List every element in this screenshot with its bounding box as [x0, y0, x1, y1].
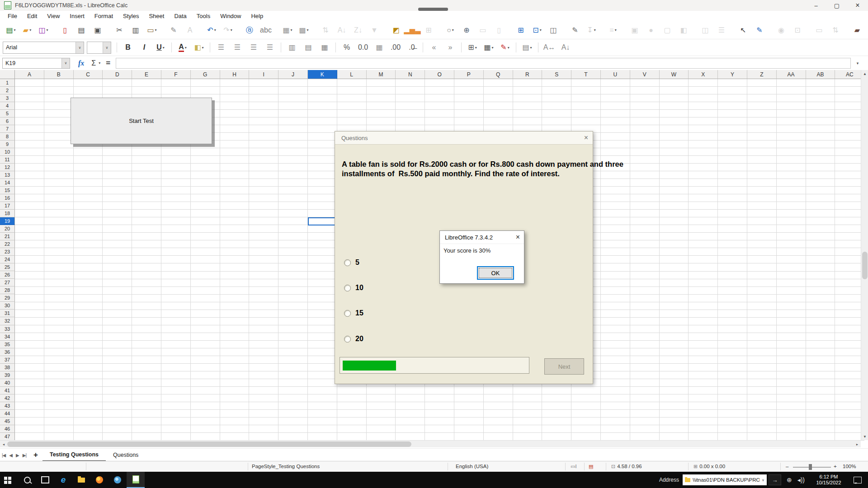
group-icon[interactable]: ◧: [676, 24, 691, 37]
spin-button-control-icon[interactable]: ⇅: [828, 24, 843, 37]
column-header-C[interactable]: C: [74, 70, 103, 79]
new-document-dropdown-icon[interactable]: ▾: [14, 28, 16, 32]
menu-data[interactable]: Data: [169, 11, 191, 21]
questions-dialog-close-icon[interactable]: ×: [584, 134, 588, 142]
font-color-icon[interactable]: A▾: [175, 41, 190, 54]
column-header-K[interactable]: K: [308, 70, 337, 79]
row-header-39[interactable]: 39: [0, 371, 15, 379]
column-header-V[interactable]: V: [630, 70, 660, 79]
row-header-19[interactable]: 19: [0, 217, 15, 225]
unmerge-cells-icon[interactable]: ▦: [317, 41, 332, 54]
document-modified-icon[interactable]: ▤: [589, 464, 595, 469]
row-header-3[interactable]: 3: [0, 94, 15, 102]
freeze-rows-columns-icon[interactable]: ⊞: [514, 24, 528, 37]
push-button-control-icon[interactable]: ▭: [812, 24, 826, 37]
row-header-9[interactable]: 9: [0, 141, 15, 148]
row-header-47[interactable]: 47: [0, 433, 15, 441]
row-header-6[interactable]: 6: [0, 117, 15, 125]
column-header-J[interactable]: J: [278, 70, 308, 79]
column-header-I[interactable]: I: [249, 70, 278, 79]
row-header-10[interactable]: 10: [0, 148, 15, 156]
text-direction-top-to-bottom-icon[interactable]: A↓: [558, 41, 573, 54]
page-style-status[interactable]: PageStyle_Testing Questions: [252, 464, 320, 469]
highlighting-color-icon[interactable]: ◧▾: [192, 41, 206, 54]
menu-tools[interactable]: Tools: [192, 11, 215, 21]
questions-dialog-titlebar[interactable]: Questions ×: [335, 131, 593, 145]
column-header-S[interactable]: S: [542, 70, 571, 79]
autofilter-icon[interactable]: ▼: [367, 24, 382, 37]
row-header-43[interactable]: 43: [0, 402, 15, 410]
font-name-dropdown-icon[interactable]: ∨: [75, 42, 84, 53]
taskbar-search-button[interactable]: [18, 472, 36, 488]
ok-button[interactable]: OK: [477, 266, 514, 280]
column-header-M[interactable]: M: [367, 70, 396, 79]
column-header-B[interactable]: B: [44, 70, 74, 79]
align-center-icon[interactable]: ☰: [230, 41, 245, 54]
name-box[interactable]: K19 ∨: [2, 58, 70, 69]
form-navigator-icon[interactable]: ⊞: [866, 24, 868, 37]
zoom-slider[interactable]: [793, 467, 831, 468]
font-size-combo[interactable]: ∨: [87, 42, 111, 54]
menu-format[interactable]: Format: [90, 11, 118, 21]
close-button[interactable]: ×: [847, 0, 868, 11]
taskbar-file-explorer-button[interactable]: [72, 472, 90, 488]
table-rows-icon[interactable]: ▦▾: [280, 24, 295, 37]
hyperlink-icon[interactable]: ⊕: [459, 24, 474, 37]
row-header-31[interactable]: 31: [0, 310, 15, 317]
column-header-G[interactable]: G: [191, 70, 220, 79]
cut-icon[interactable]: ✂: [112, 24, 127, 37]
column-header-R[interactable]: R: [513, 70, 542, 79]
score-dialog-titlebar[interactable]: LibreOffice 7.3.4.2 ×: [440, 231, 524, 244]
horizontal-scroll-thumb[interactable]: [7, 441, 411, 447]
conditional-formatting-icon[interactable]: ▤▾: [520, 41, 534, 54]
insert-pivot-table-icon[interactable]: ⊞: [421, 24, 436, 37]
row-header-27[interactable]: 27: [0, 279, 15, 286]
underline-icon[interactable]: U▾: [153, 41, 168, 54]
vertical-scroll-thumb[interactable]: [862, 252, 868, 279]
align-on-page-icon[interactable]: ◫: [698, 24, 712, 37]
sheet-tab-questions[interactable]: Questions: [106, 449, 146, 461]
row-header-14[interactable]: 14: [0, 179, 15, 187]
decrease-indent-icon[interactable]: «: [427, 41, 441, 54]
column-header-Q[interactable]: Q: [484, 70, 513, 79]
column-header-X[interactable]: X: [689, 70, 718, 79]
format-percent-icon[interactable]: %: [340, 41, 354, 54]
align-objects-dropdown-icon[interactable]: ▾: [615, 28, 617, 32]
row-header-8[interactable]: 8: [0, 133, 15, 141]
border-style-dropdown-icon[interactable]: ▾: [492, 46, 494, 50]
address-input[interactable]: \\itnas01\PDN BACKUP\PRO ∨: [683, 474, 767, 485]
italic-icon[interactable]: I: [137, 41, 151, 54]
maximize-button[interactable]: ▢: [826, 0, 847, 11]
merge-cells-icon[interactable]: ▥: [285, 41, 299, 54]
add-sheet-icon[interactable]: +: [33, 450, 38, 460]
address-dropdown-icon[interactable]: ∨: [762, 478, 764, 482]
taskbar-firefox-button[interactable]: [90, 472, 108, 488]
add-decimal-place-icon[interactable]: .00: [388, 41, 403, 54]
delete-decimal-place-icon[interactable]: .0̶: [405, 41, 419, 54]
zoom-in-icon[interactable]: +: [834, 464, 837, 469]
radio-button-15[interactable]: [344, 310, 351, 317]
row-header-44[interactable]: 44: [0, 410, 15, 418]
paste-icon[interactable]: ▭▾: [145, 24, 159, 37]
open-form-icon[interactable]: ▰: [850, 24, 864, 37]
paste-dropdown-icon[interactable]: ▾: [155, 28, 157, 32]
row-header-11[interactable]: 11: [0, 156, 15, 164]
format-date-icon[interactable]: ▦: [372, 41, 387, 54]
row-header-15[interactable]: 15: [0, 187, 15, 194]
bold-icon[interactable]: B: [121, 41, 135, 54]
table-columns-dropdown-icon[interactable]: ▾: [307, 28, 309, 32]
save-dropdown-icon[interactable]: ▾: [47, 28, 48, 32]
volume-icon[interactable]: ◂)): [797, 476, 805, 483]
row-header-13[interactable]: 13: [0, 171, 15, 179]
row-header-46[interactable]: 46: [0, 425, 15, 433]
radio-button-control-icon[interactable]: ◉: [774, 24, 788, 37]
column-header-AB[interactable]: AB: [806, 70, 835, 79]
taskbar-edge-button[interactable]: e: [54, 472, 72, 488]
sort-icon[interactable]: ⇅: [318, 24, 333, 37]
column-header-Y[interactable]: Y: [718, 70, 747, 79]
score-dialog-close-icon[interactable]: ×: [516, 233, 520, 241]
border-style-icon[interactable]: ▦▾: [481, 41, 496, 54]
insert-comment-icon[interactable]: ▭: [476, 24, 490, 37]
column-header-AA[interactable]: AA: [777, 70, 806, 79]
start-test-button[interactable]: Start Test: [71, 98, 212, 144]
